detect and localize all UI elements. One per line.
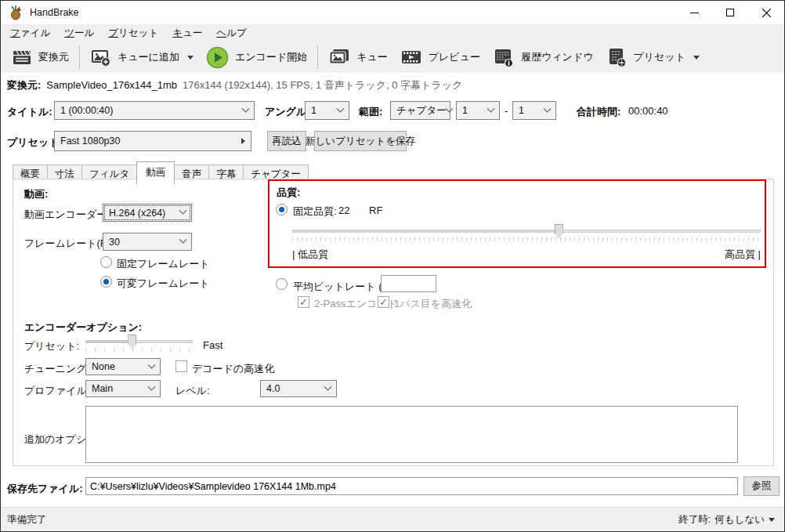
menu-presets[interactable]: プリセット — [101, 24, 165, 42]
activity-log-label: 履歴ウィンドウ — [521, 50, 594, 64]
constant-framerate-radio[interactable] — [100, 256, 112, 268]
menu-bar: ファイル ツール プリセット キュー ヘルプ — [1, 24, 784, 42]
angle-label: アングル: — [265, 105, 310, 119]
activity-log-button[interactable]: 履歴ウィンドウ — [487, 43, 600, 71]
start-encode-button[interactable]: エンコード開始 — [200, 43, 313, 71]
show-queue-button[interactable]: キュー — [322, 43, 394, 71]
quality-scale-labels: | 低品質 高品質 | — [292, 248, 761, 262]
minimize-icon — [690, 13, 699, 13]
chevron-down-icon — [445, 104, 453, 112]
video-section-title: 動画: — [24, 187, 48, 201]
toolbar: 変換元 キューに追加 エンコード開始 — [1, 42, 784, 73]
range-type-select[interactable]: チャプター — [390, 101, 450, 120]
range-to-select[interactable]: 1 — [512, 101, 556, 120]
menu-queue[interactable]: キュー — [165, 24, 209, 42]
when-done-dropdown[interactable]: 終了時: 何もしない — [678, 513, 775, 527]
preset-select[interactable]: Fast 1080p30 — [54, 131, 251, 151]
presets-panel-label: プリセット — [634, 50, 686, 64]
menu-help[interactable]: ヘルプ — [209, 24, 253, 42]
check-icon: ✓ — [379, 297, 388, 307]
framerate-value: 30 — [109, 237, 120, 248]
level-label: レベル: — [175, 384, 210, 398]
tune-select[interactable]: None — [85, 358, 161, 375]
range-from-select[interactable]: 1 — [456, 101, 500, 120]
reload-preset-button[interactable]: 再読込 — [267, 131, 306, 151]
profile-select[interactable]: Main — [85, 380, 161, 397]
average-bitrate-input[interactable] — [381, 275, 436, 292]
minimize-button[interactable] — [676, 1, 712, 24]
quality-slider-ticks — [292, 237, 761, 241]
duration-value: 00:00:40 — [628, 105, 668, 117]
variable-framerate-radio[interactable] — [100, 276, 112, 288]
level-value: 4.0 — [266, 383, 280, 394]
title-select-value: 1 (00:00:40) — [60, 105, 113, 116]
save-new-preset-button[interactable]: 新しいプリセットを保存 — [314, 131, 407, 151]
chevron-down-icon — [487, 104, 495, 112]
status-bar: 準備完了 終了時: 何もしない — [1, 507, 784, 531]
video-encoder-select[interactable]: H.264 (x264) — [103, 204, 192, 222]
destination-path-input[interactable] — [85, 477, 738, 495]
low-quality-label: | 低品質 — [292, 248, 328, 262]
browse-button[interactable]: 参照 — [743, 476, 780, 496]
clapperboard-icon — [12, 47, 32, 67]
chevron-down-icon — [179, 207, 187, 215]
chevron-down-icon — [544, 104, 552, 112]
play-icon — [206, 46, 229, 69]
profile-label: プロファイル: — [24, 384, 89, 398]
show-queue-label: キュー — [356, 50, 388, 64]
title-select[interactable]: 1 (00:00:40) — [54, 101, 255, 120]
open-source-label: 変換元 — [38, 50, 69, 64]
presets-panel-button[interactable]: プリセット — [600, 43, 707, 71]
source-info-label: 変換元: — [7, 78, 41, 92]
range-from-value: 1 — [462, 105, 468, 116]
maximize-button[interactable] — [712, 1, 748, 24]
source-filename: SampleVideo_176x144_1mb — [46, 79, 177, 91]
encoder-preset-label: プリセット: — [24, 339, 79, 353]
angle-select[interactable]: 1 — [305, 101, 349, 120]
close-button[interactable] — [748, 1, 784, 24]
tab-video[interactable]: 動画 — [136, 161, 175, 184]
add-to-queue-button[interactable]: キューに追加 — [84, 43, 200, 71]
constant-quality-label: 固定品質: — [293, 204, 337, 219]
quality-slider-track[interactable] — [292, 230, 761, 233]
preview-button[interactable]: プレビュー — [394, 43, 487, 71]
chevron-down-icon — [242, 104, 250, 112]
duration-label: 合計時間: — [577, 105, 620, 119]
quality-unit: RF — [369, 204, 382, 216]
add-to-queue-dropdown-icon — [187, 56, 194, 60]
framerate-select[interactable]: 30 — [103, 233, 192, 251]
title-label: タイトル: — [7, 105, 52, 119]
menu-tools[interactable]: ツール — [57, 24, 101, 42]
chevron-down-icon — [148, 382, 156, 390]
add-to-queue-icon — [90, 47, 111, 67]
title-bar: HandBrake — [1, 1, 784, 24]
extra-options-textarea[interactable] — [85, 406, 738, 463]
encoder-preset-ticks — [85, 348, 193, 352]
check-icon: ✓ — [299, 297, 308, 307]
handbrake-logo-icon — [8, 5, 24, 20]
quality-section-title: 品質: — [277, 186, 300, 200]
encoder-preset-slider-track[interactable] — [85, 340, 193, 343]
two-pass-checkbox[interactable]: ✓ — [298, 296, 309, 308]
quality-slider-fill — [293, 230, 559, 233]
turbo-first-pass-checkbox[interactable]: ✓ — [378, 296, 389, 308]
range-label: 範囲: — [359, 105, 382, 119]
when-done-label: 終了時: — [678, 513, 711, 527]
open-source-button[interactable]: 変換元 — [5, 43, 75, 71]
add-to-queue-label: キューに追加 — [118, 50, 179, 64]
average-bitrate-radio[interactable] — [276, 278, 288, 290]
chevron-right-icon — [241, 138, 245, 144]
fast-decode-checkbox[interactable] — [175, 360, 187, 372]
turbo-first-pass-label: 1パス目を高速化 — [394, 297, 472, 311]
menu-file[interactable]: ファイル — [3, 24, 57, 42]
queue-icon — [328, 47, 350, 67]
range-type-value: チャプター — [396, 104, 447, 118]
fast-decode-label: デコードの高速化 — [192, 362, 274, 376]
presets-dropdown-icon — [693, 56, 700, 60]
preset-select-value: Fast 1080p30 — [60, 136, 120, 147]
chevron-down-icon — [179, 236, 187, 244]
range-to-value: 1 — [519, 105, 524, 116]
level-select[interactable]: 4.0 — [260, 380, 337, 397]
video-encoder-value: H.264 (x264) — [109, 208, 165, 219]
constant-quality-radio[interactable] — [276, 204, 288, 215]
